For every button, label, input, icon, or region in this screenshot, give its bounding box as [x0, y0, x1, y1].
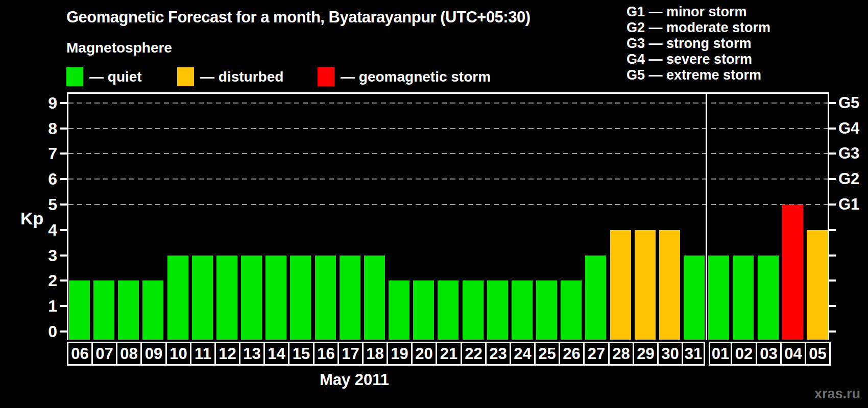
bar-day-14 [266, 256, 286, 340]
y-axis-tick-left-2 [60, 279, 67, 282]
day-label-box-26: 26 [559, 342, 585, 366]
bar-day-22 [463, 280, 484, 340]
day-label-box-21: 21 [436, 342, 462, 366]
y-axis-tick-left-7 [60, 152, 67, 155]
day-label-box-19: 19 [387, 342, 413, 366]
day-label-box-10: 10 [165, 342, 191, 366]
bar-day-02 [733, 256, 754, 340]
bar-day-27 [585, 256, 606, 340]
y-axis-label-3: 3 [27, 246, 57, 265]
day-label-box-29: 29 [633, 342, 659, 366]
y-axis-tick-left-1 [60, 305, 67, 307]
day-label-box-17: 17 [337, 342, 364, 366]
y-axis-tick-right-2 [829, 279, 836, 282]
bar-day-04 [782, 205, 803, 340]
bar-day-23 [487, 280, 508, 340]
storm-scale-line: G2 — moderate storm [626, 20, 770, 36]
day-label-box-08: 08 [116, 342, 142, 366]
legend-item-storm: — geomagnetic storm [318, 67, 491, 86]
y-axis-tick-left-8 [60, 128, 67, 130]
day-label-box-30: 30 [657, 342, 683, 366]
y-axis-tick-left-3 [60, 254, 67, 257]
y-axis-label-0: 0 [27, 322, 57, 341]
day-label-box-16: 16 [313, 342, 339, 366]
storm-color-swatch-icon [318, 67, 334, 86]
storm-scale-line: G4 — severe storm [626, 52, 770, 67]
disturbed-color-swatch-icon [177, 67, 194, 86]
day-label-box-23: 23 [485, 342, 511, 366]
y-axis-tick-left-9 [60, 102, 67, 104]
day-label-box-13: 13 [239, 342, 265, 366]
day-label-box-03: 03 [756, 342, 782, 366]
day-label-box-25: 25 [534, 342, 560, 366]
storm-scale-line: G5 — extreme storm [626, 67, 770, 83]
geomagnetic-forecast-chart: Geomagnetic Forecast for a month, Byatar… [0, 0, 868, 408]
bar-day-06 [69, 280, 90, 340]
gridline-kp6 [68, 178, 828, 180]
bar-day-05 [807, 230, 828, 340]
right-axis-label-G4: G4 [838, 119, 859, 138]
y-axis-label-2: 2 [27, 271, 57, 290]
y-axis-tick-right-0 [829, 330, 836, 333]
page-title: Geomagnetic Forecast for a month, Byatar… [66, 8, 531, 27]
month-separator-line [706, 92, 707, 340]
x-axis-month-label: May 2011 [278, 371, 431, 389]
y-axis-tick-right-5 [829, 203, 836, 206]
bar-day-07 [93, 280, 114, 340]
right-axis-label-G1: G1 [838, 195, 859, 214]
storm-scale-line: G3 — strong storm [626, 36, 770, 52]
bar-day-19 [389, 280, 409, 340]
day-label-box-02: 02 [731, 342, 757, 366]
day-label-box-07: 07 [91, 342, 117, 366]
y-axis-label-6: 6 [27, 170, 57, 188]
day-label-box-01: 01 [709, 342, 732, 366]
bar-day-31 [684, 256, 705, 340]
gridline-kp7 [68, 153, 828, 154]
legend-label-quiet: — quiet [89, 67, 142, 86]
bar-day-21 [438, 280, 459, 340]
bar-day-11 [192, 256, 213, 340]
y-axis-tick-right-3 [829, 254, 836, 257]
y-axis-tick-left-6 [60, 178, 67, 180]
bar-day-25 [536, 280, 557, 340]
day-label-box-06: 06 [67, 342, 93, 366]
day-label-box-09: 09 [140, 342, 167, 366]
legend-label-disturbed: — disturbed [200, 67, 283, 86]
day-label-box-11: 11 [190, 342, 216, 366]
bar-day-15 [290, 256, 311, 340]
bar-day-12 [216, 256, 237, 340]
right-axis-label-G3: G3 [838, 144, 859, 163]
legend-item-quiet: — quiet [66, 67, 142, 86]
bar-day-08 [118, 280, 139, 340]
bar-day-30 [659, 230, 680, 340]
day-label-box-04: 04 [780, 342, 806, 366]
day-label-box-05: 05 [805, 342, 831, 366]
y-axis-tick-left-0 [60, 330, 67, 333]
day-label-box-27: 27 [583, 342, 610, 366]
y-axis-label-8: 8 [27, 119, 57, 138]
day-label-box-24: 24 [510, 342, 536, 366]
y-axis-label-7: 7 [27, 144, 57, 163]
bar-day-09 [142, 280, 163, 340]
bar-day-01 [708, 256, 729, 340]
gridline-kp9 [68, 103, 828, 104]
right-axis-label-G5: G5 [838, 94, 859, 112]
storm-scale-line: G1 — minor storm [626, 4, 770, 20]
bar-day-28 [610, 230, 631, 340]
magnetosphere-subtitle: Magnetosphere [66, 40, 172, 56]
y-axis-tick-right-8 [829, 128, 836, 130]
y-axis-tick-left-4 [60, 229, 67, 231]
day-label-box-12: 12 [214, 342, 240, 366]
bar-day-29 [635, 230, 656, 340]
bar-day-26 [561, 280, 582, 340]
day-label-box-28: 28 [608, 342, 634, 366]
y-axis-tick-right-4 [829, 229, 836, 231]
bar-day-16 [315, 256, 336, 340]
y-axis-tick-right-6 [829, 178, 836, 180]
quiet-color-swatch-icon [66, 67, 83, 86]
gridline-kp8 [68, 128, 828, 129]
day-label-box-20: 20 [411, 342, 437, 366]
y-axis-tick-right-7 [829, 152, 836, 155]
bar-day-20 [413, 280, 434, 340]
bar-day-24 [512, 280, 533, 340]
